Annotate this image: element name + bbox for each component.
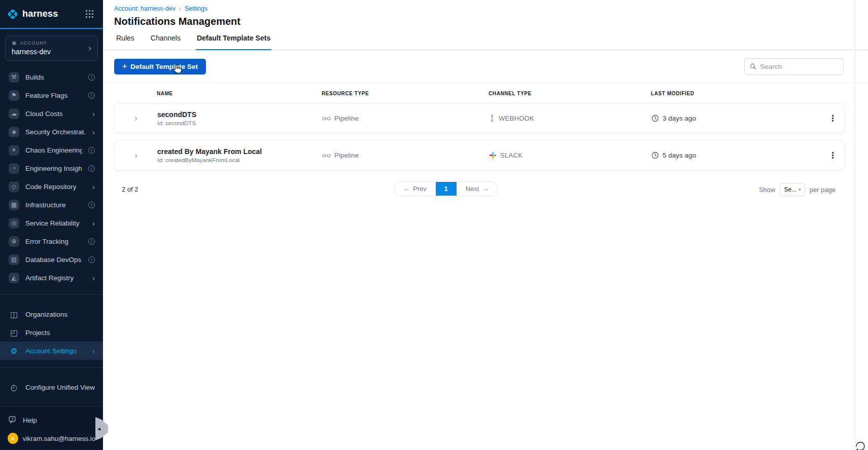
sidebar-item-builds[interactable]: ⚒ Builds i: [0, 68, 103, 86]
page-title: Notifications Management: [103, 12, 868, 27]
info-icon: i: [88, 74, 95, 81]
add-button-label: Default Template Set: [130, 63, 198, 70]
prev-page-button[interactable]: ← Prev: [394, 182, 436, 196]
per-page-label: per page: [810, 186, 836, 194]
tab-label: Default Template Sets: [197, 34, 270, 42]
sidebar-item-artifact-registry[interactable]: ◭ Artifact Registry ›: [0, 269, 103, 287]
row-expand-chevron-icon[interactable]: ›: [115, 150, 157, 161]
breadcrumb-settings-link[interactable]: Settings: [185, 5, 207, 12]
page-size-controls: Show Se... ▾ per page: [759, 183, 836, 196]
sidebar-item-label: Artifact Registry: [25, 274, 86, 282]
sidebar-item-configure-unified-view[interactable]: ◴ Configure Unified View: [0, 378, 103, 396]
row-menu-kebab-icon[interactable]: ⋮: [821, 113, 844, 124]
pipeline-icon: [322, 115, 331, 122]
show-label: Show: [759, 186, 776, 194]
account-scope-icon: ▣: [12, 40, 17, 46]
sidebar-item-label: Engineering Insights: [25, 165, 82, 172]
apps-grid-icon[interactable]: [85, 10, 94, 18]
tab-default-template-sets[interactable]: Default Template Sets: [196, 34, 271, 50]
resource-type-label: Pipeline: [334, 152, 359, 159]
builds-icon: ⚒: [9, 72, 19, 83]
sidebar-item-label: Cloud Costs: [25, 110, 86, 118]
sidebar-divider: [0, 367, 103, 368]
sidebar-item-infrastructure[interactable]: ▦ Infrastructure i: [0, 196, 103, 214]
channel-type-label: WEBHOOK: [499, 115, 534, 122]
info-icon: i: [88, 238, 95, 245]
panel-right-border: [855, 0, 856, 450]
chevron-right-icon: ›: [92, 274, 95, 282]
help-label: Help: [23, 417, 37, 424]
security-orchestration-icon: ◈: [9, 127, 19, 137]
tab-label: Channels: [151, 34, 181, 42]
user-profile[interactable]: v vikram.sahu@harness.io: [0, 433, 103, 444]
sidebar-item-engineering-insights[interactable]: ◔ Engineering Insights i: [0, 159, 103, 177]
tab-channels[interactable]: Channels: [150, 34, 182, 50]
code-repository-icon: ◇: [9, 181, 19, 192]
info-icon: i: [88, 165, 95, 172]
app-window: harness ▣ ACCOUNT harness-dev ›: [0, 0, 868, 450]
chat-widget-icon[interactable]: [854, 439, 866, 450]
sidebar-item-error-tracking[interactable]: ⊕ Error Tracking i: [0, 232, 103, 250]
help-button[interactable]: ? Help: [0, 416, 103, 424]
sidebar-item-label: Security Orchestrat...: [25, 128, 86, 136]
chevron-right-icon: ›: [92, 347, 95, 355]
tab-label: Rules: [116, 34, 134, 42]
template-set-id: Id: createdByMayankFromLocal: [157, 157, 322, 163]
pipeline-icon: [322, 152, 331, 159]
account-scope-selector[interactable]: ▣ ACCOUNT harness-dev ›: [5, 35, 98, 61]
svg-text:?: ?: [11, 418, 13, 421]
tab-rules[interactable]: Rules: [115, 34, 135, 50]
sidebar-item-security-orchestration[interactable]: ◈ Security Orchestrat... ›: [0, 123, 103, 141]
sidebar-item-cloud-costs[interactable]: ☁ Cloud Costs ›: [0, 104, 103, 123]
info-icon: i: [88, 202, 95, 208]
sidebar-item-label: Account Settings: [25, 347, 86, 355]
gear-icon: ⚙: [9, 346, 19, 356]
column-header-resource-type: RESOURCE TYPE: [322, 91, 489, 96]
right-arrow-icon: →: [482, 185, 489, 193]
webhook-icon: [489, 115, 495, 122]
sidebar-item-label: Configure Unified View: [25, 384, 95, 391]
sidebar-item-label: Code Repository: [25, 183, 86, 191]
sidebar-item-projects[interactable]: ◰ Projects: [0, 323, 103, 342]
sidebar-item-label: Error Tracking: [25, 238, 82, 245]
row-expand-chevron-icon[interactable]: ›: [115, 113, 157, 124]
chevron-right-icon: ›: [92, 128, 95, 136]
sidebar-item-label: Service Reliability: [25, 219, 86, 227]
page-number-button[interactable]: 1: [436, 182, 457, 196]
table-row[interactable]: › created By Mayank From Local Id: creat…: [114, 140, 845, 170]
sidebar-header: harness: [0, 0, 103, 29]
service-reliability-icon: ◎: [9, 218, 19, 229]
search-input[interactable]: [760, 63, 838, 70]
left-arrow-icon: ←: [403, 185, 410, 193]
add-default-template-set-button[interactable]: + Default Template Set: [114, 59, 206, 74]
sidebar-item-label: Organizations: [25, 311, 95, 318]
breadcrumb-account-link[interactable]: Account: harness-dev: [114, 5, 176, 12]
sidebar-item-feature-flags[interactable]: ⚑ Feature Flags i: [0, 86, 103, 104]
error-tracking-icon: ⊕: [9, 236, 19, 247]
sidebar-item-service-reliability[interactable]: ◎ Service Reliability ›: [0, 214, 103, 232]
infrastructure-icon: ▦: [9, 200, 19, 210]
search-icon: [750, 63, 756, 70]
page-size-select[interactable]: Se... ▾: [780, 183, 805, 196]
chevron-right-icon: ›: [92, 182, 95, 191]
sidebar-item-chaos-engineering[interactable]: ✴ Chaos Engineering i: [0, 141, 103, 159]
chevron-right-icon: ›: [92, 109, 95, 118]
user-email: vikram.sahu@harness.io: [23, 435, 95, 442]
resource-type-label: Pipeline: [334, 115, 359, 122]
org-chart-icon: ◫: [9, 309, 19, 320]
sidebar-item-account-settings[interactable]: ⚙ Account Settings ›: [0, 342, 103, 360]
template-set-id: Id: secondDTS: [157, 120, 322, 126]
sidebar-item-database-devops[interactable]: ▤ Database DevOps i: [0, 250, 103, 269]
harness-logo: harness: [7, 8, 58, 20]
row-menu-kebab-icon[interactable]: ⋮: [821, 150, 844, 161]
pagination-controls: ← Prev 1 Next →: [394, 181, 498, 196]
next-page-button[interactable]: Next →: [457, 182, 498, 196]
info-icon: i: [88, 256, 95, 263]
sidebar-item-code-repository[interactable]: ◇ Code Repository ›: [0, 177, 103, 196]
table-row[interactable]: › secondDTS Id: secondDTS Pipeline: [114, 103, 845, 133]
account-name: harness-dev: [12, 48, 51, 56]
sidebar-modules: ⚒ Builds i ⚑ Feature Flags i ☁ Cloud Cos…: [0, 65, 103, 287]
breadcrumb: Account: harness-dev › Settings: [103, 0, 868, 12]
sidebar-item-organizations[interactable]: ◫ Organizations: [0, 305, 103, 323]
breadcrumb-separator: ›: [179, 5, 181, 12]
